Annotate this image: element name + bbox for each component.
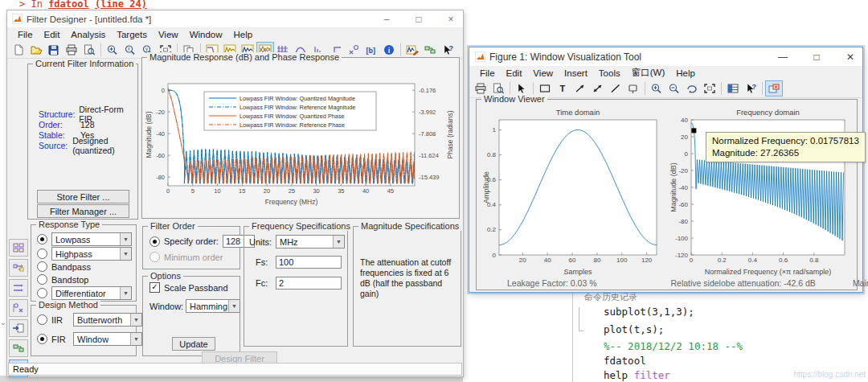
- help-pointer-button[interactable]: ?: [439, 42, 457, 58]
- history-line[interactable]: help filter: [604, 369, 670, 381]
- svg-text:Magnitude (dB): Magnitude (dB): [145, 111, 153, 158]
- close-button[interactable]: ×: [445, 14, 457, 25]
- bandstop-radio[interactable]: [37, 274, 47, 285]
- transform-filter-button[interactable]: [9, 259, 28, 277]
- update-button[interactable]: Update: [172, 337, 215, 351]
- save-button[interactable]: [45, 42, 63, 58]
- window-title: Figure 1: Window Visualization Tool: [489, 51, 641, 63]
- differentiator-select[interactable]: Differentiator▼: [51, 286, 132, 300]
- overlay-windows-button[interactable]: [765, 80, 783, 97]
- menu-item-edit[interactable]: Edit: [501, 68, 528, 78]
- units-select[interactable]: MHz▼: [276, 235, 345, 249]
- new-file-button[interactable]: [10, 42, 27, 58]
- multirate-system-button[interactable]: [9, 279, 28, 297]
- iir-radio[interactable]: [37, 314, 47, 325]
- scale-passband-checkbox[interactable]: ✓: [149, 282, 160, 293]
- arrow-button[interactable]: [571, 80, 589, 97]
- maximize-button[interactable]: □: [413, 14, 424, 25]
- line-button[interactable]: [607, 80, 624, 97]
- open-file-button[interactable]: [27, 42, 45, 58]
- svg-text:-60: -60: [156, 152, 165, 159]
- highpass-radio[interactable]: [37, 249, 47, 259]
- minimize-button[interactable]: –: [381, 14, 392, 25]
- rotate-3d-button[interactable]: [683, 80, 701, 97]
- import-filter-button[interactable]: [9, 319, 28, 337]
- pole-zero-plot-button[interactable]: [345, 42, 362, 58]
- datatip[interactable]: Normalized Frequency: 0.01757813 Magnitu…: [706, 132, 866, 162]
- svg-text:-40: -40: [678, 184, 688, 191]
- menu-item-help[interactable]: Help: [228, 30, 259, 39]
- stack-trace-function-link[interactable]: fdatool: [48, 0, 89, 10]
- menu-item-help[interactable]: Help: [670, 68, 701, 78]
- highpass-select[interactable]: Highpass▼: [51, 247, 132, 261]
- arrow2-icon: [592, 83, 604, 94]
- minimize-button[interactable]: —: [777, 51, 788, 63]
- realize-model-button[interactable]: [421, 42, 439, 58]
- arrow2-button[interactable]: [589, 80, 607, 97]
- menu-item-w[interactable]: 窗口(W): [626, 67, 671, 79]
- minimum-order-radio[interactable]: [149, 252, 160, 262]
- svg-text:-80: -80: [678, 218, 688, 225]
- zoom-in-button[interactable]: [648, 80, 665, 97]
- filter-coefficients-button[interactable]: [b]: [362, 42, 380, 58]
- filter-manager-button[interactable]: Filter Manager ...: [37, 204, 129, 218]
- watermark: https://blog.csdn.net: [793, 370, 866, 379]
- figure-titlebar[interactable]: Figure 1: Window Visualization Tool — □ …: [469, 47, 862, 67]
- svg-text:-3.992: -3.992: [419, 109, 436, 116]
- menu-item-tools[interactable]: Tools: [593, 68, 626, 78]
- fir-radio[interactable]: [37, 334, 47, 344]
- filter-designer-window: Filter Designer - [untitled.fda *] – □ ×…: [6, 10, 464, 377]
- lowpass-select[interactable]: Lowpass▼: [51, 232, 132, 246]
- zoom-out-button[interactable]: [665, 80, 683, 97]
- fir-method-select[interactable]: Window▼: [73, 332, 142, 346]
- maximize-button[interactable]: □: [811, 51, 822, 63]
- menu-item-view[interactable]: View: [527, 68, 559, 78]
- menu-item-file[interactable]: File: [12, 30, 39, 39]
- history-line[interactable]: subplot(3,1,3);: [604, 306, 694, 318]
- lowpass-radio[interactable]: [37, 234, 47, 244]
- realize-model-button[interactable]: [9, 339, 28, 357]
- fc-input[interactable]: 2: [276, 277, 342, 290]
- history-line[interactable]: plot(t,s);: [604, 323, 664, 335]
- print-preview-button[interactable]: [80, 42, 98, 58]
- zoom-in-button[interactable]: [104, 42, 121, 58]
- menu-item-targets[interactable]: Targets: [111, 30, 153, 39]
- specify-order-radio[interactable]: [149, 236, 160, 247]
- filter-info-row: Source:Designed (quantized): [28, 140, 137, 150]
- multirate-system-icon: [12, 282, 25, 294]
- pole-zero-editor-button[interactable]: [9, 299, 28, 317]
- fs-input[interactable]: 100: [276, 256, 342, 269]
- svg-text:-80: -80: [156, 174, 165, 181]
- menu-item-view[interactable]: View: [153, 30, 184, 39]
- zoom-x-button[interactable]: x: [121, 42, 139, 58]
- print-button[interactable]: [63, 42, 80, 58]
- menu-item-file[interactable]: File: [474, 68, 501, 78]
- pin-button[interactable]: [624, 80, 642, 97]
- close-button[interactable]: ✕: [845, 51, 856, 63]
- filter-information-button[interactable]: i: [380, 42, 398, 58]
- time-domain-chart: 2040608010012000.20.40.60.81Time domainS…: [483, 106, 668, 285]
- command-history-panel: 命令历史记录 subplot(3,1,3);plot(t,s);%-- 2018…: [572, 288, 868, 382]
- stack-trace-location-link[interactable]: (line 24): [95, 0, 147, 10]
- help-pointer-button[interactable]: ?: [742, 80, 760, 97]
- set-quantization-parameters-button[interactable]: [9, 239, 28, 257]
- text-button[interactable]: T: [554, 80, 571, 97]
- window-select[interactable]: Hamming▼: [186, 299, 240, 313]
- differentiator-radio[interactable]: [37, 288, 47, 298]
- property-editor-button[interactable]: [724, 80, 742, 97]
- full-view-button[interactable]: [701, 80, 719, 97]
- panel-collapse-chevron-icon[interactable]: ⌄: [0, 318, 6, 327]
- iir-method-select[interactable]: Butterworth▼: [73, 313, 142, 327]
- menu-item-edit[interactable]: Edit: [39, 30, 66, 39]
- svg-text:Lowpass FIR Window: Quantized: Lowpass FIR Window: Quantized Magnitude: [240, 95, 355, 102]
- history-line[interactable]: %-- 2018/12/2 10:18 --%: [604, 340, 743, 352]
- store-filter-button[interactable]: Store Filter ...: [37, 190, 129, 203]
- bandpass-radio[interactable]: [37, 261, 47, 272]
- menu-item-analysis[interactable]: Analysis: [65, 30, 111, 39]
- menu-item-window[interactable]: Window: [184, 30, 228, 39]
- menu-item-insert[interactable]: Insert: [559, 68, 593, 78]
- help-pointer-icon: ?: [744, 83, 757, 94]
- design-filter-button[interactable]: [403, 42, 421, 58]
- filter-designer-titlebar[interactable]: Filter Designer - [untitled.fda *] – □ ×: [7, 10, 463, 28]
- history-line[interactable]: fdatool: [604, 355, 646, 367]
